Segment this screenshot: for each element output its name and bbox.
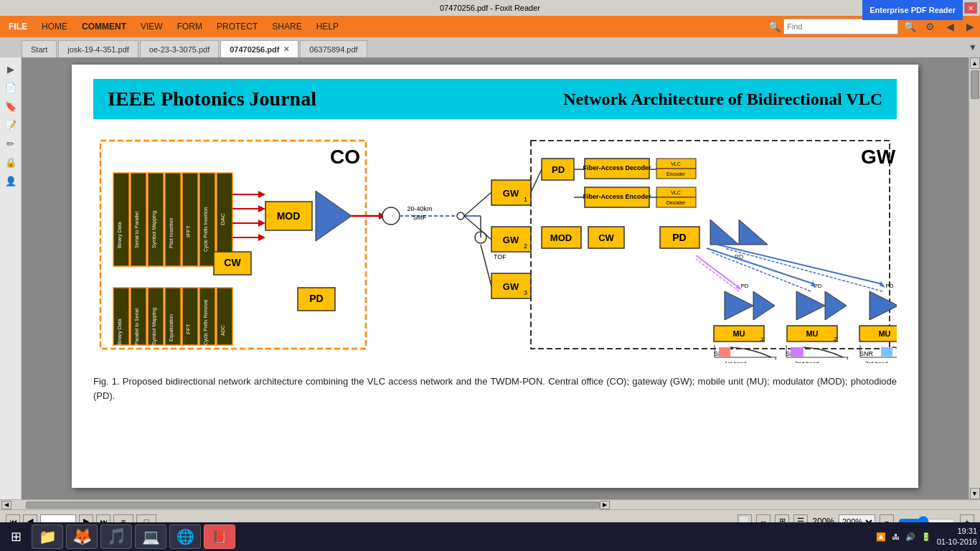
journal-header: IEEE Photonics Journal Network Architect… [93, 79, 897, 119]
sidebar-expand-btn[interactable]: ▶ [2, 60, 19, 77]
clock-time: 19:31 [937, 526, 977, 537]
svg-text:2: 2 [524, 242, 527, 250]
svg-text:GW: GW [503, 188, 519, 199]
svg-text:GW: GW [503, 281, 519, 292]
sidebar-bookmarks-btn[interactable]: 🔖 [2, 98, 19, 115]
journal-subtitle: Network Architecture of Bidirectional VL… [563, 90, 882, 109]
svg-text:SMF: SMF [413, 214, 428, 221]
taskbar-app-ide[interactable]: 💻 [135, 524, 166, 549]
svg-text:MOD: MOD [277, 210, 301, 222]
taskbar-app-explorer[interactable]: 📁 [32, 524, 63, 549]
svg-line-140 [696, 259, 739, 291]
find-input[interactable] [783, 19, 898, 34]
start-button[interactable]: ⊞ [3, 524, 29, 549]
svg-rect-46 [217, 288, 232, 345]
svg-text:Binary Data: Binary Data [117, 319, 123, 345]
svg-text:MU: MU [732, 329, 745, 338]
tab-oe[interactable]: oe-23-3-3075.pdf [140, 40, 219, 57]
taskbar-app-foxit[interactable]: 📕 [204, 524, 235, 549]
forward-button[interactable]: ▶ [961, 18, 979, 35]
svg-rect-42 [182, 288, 198, 345]
svg-text:GW: GW [503, 235, 519, 245]
svg-point-31 [382, 207, 400, 225]
scroll-down-btn[interactable]: ▼ [970, 488, 980, 499]
svg-text:PD: PD [885, 283, 893, 289]
sidebar-lock-btn[interactable]: 🔒 [2, 154, 19, 171]
sidebar-user-btn[interactable]: 👤 [2, 172, 19, 189]
svg-text:MU: MU [806, 329, 818, 338]
scrollbar-right[interactable]: ▲ ▼ [969, 57, 980, 499]
enterprise-badge: Enterprise PDF Reader [862, 0, 963, 20]
tab-close-icon[interactable]: ✕ [283, 45, 289, 53]
sidebar-pages-btn[interactable]: 📄 [2, 79, 19, 96]
scroll-up-btn[interactable]: ▲ [970, 57, 980, 69]
svg-text:2: 2 [834, 336, 837, 342]
svg-text:CW: CW [224, 257, 241, 268]
taskbar-app-chrome[interactable]: 🌐 [169, 524, 201, 549]
back-button[interactable]: ◀ [941, 18, 958, 35]
view-menu[interactable]: VIEW [133, 19, 170, 34]
svg-marker-105 [825, 291, 847, 320]
svg-text:Fiber-Access Decoder: Fiber-Access Decoder [583, 164, 651, 171]
svg-rect-119 [719, 347, 730, 357]
svg-text:Pilot Insertion: Pilot Insertion [169, 217, 174, 248]
taskbar-app-media[interactable]: 🎵 [100, 524, 132, 549]
svg-marker-98 [725, 291, 753, 320]
menubar-right: 🔍 🔍 ⚙ ◀ ▶ Enterprise PDF Reader [768, 18, 979, 35]
scroll-left-btn[interactable]: ◀ [1, 501, 11, 509]
close-button[interactable]: ✕ [964, 2, 977, 14]
svg-line-65 [464, 192, 491, 216]
svg-line-136 [707, 248, 814, 284]
pdf-page: IEEE Photonics Journal Network Architect… [72, 65, 918, 488]
svg-text:PD: PD [672, 232, 686, 243]
svg-text:MOD: MOD [550, 232, 572, 243]
svg-marker-28 [316, 191, 352, 241]
svg-marker-20 [258, 191, 265, 198]
svg-text:3rd band: 3rd band [865, 360, 888, 363]
svg-marker-90 [710, 220, 739, 245]
tab-nav-arrow[interactable]: ▼ [966, 37, 980, 57]
svg-rect-2 [113, 173, 129, 266]
help-menu[interactable]: HELP [309, 19, 346, 34]
taskbar-app-firefox[interactable]: 🦊 [66, 524, 98, 549]
search-button[interactable]: 🔍 [901, 18, 918, 35]
file-menu[interactable]: FILE [1, 19, 34, 34]
svg-line-67 [481, 245, 491, 286]
tab-start[interactable]: Start [22, 40, 57, 57]
svg-text:Parallel to Serial: Parallel to Serial [134, 309, 139, 345]
svg-text:Cyclic Prefix Insertion: Cyclic Prefix Insertion [203, 207, 209, 252]
svg-text:2nd band: 2nd band [795, 360, 819, 363]
pdf-viewer: IEEE Photonics Journal Network Architect… [22, 57, 969, 499]
svg-text:1: 1 [760, 336, 764, 342]
home-menu[interactable]: HOME [34, 19, 75, 34]
horiz-scrollbar[interactable]: ◀ ▶ [0, 499, 980, 509]
svg-text:f: f [775, 355, 777, 362]
tab-06375894[interactable]: 06375894.pdf [300, 40, 367, 57]
svg-text:PD: PD [552, 164, 565, 175]
svg-marker-23 [258, 234, 265, 241]
svg-text:ADC: ADC [220, 325, 225, 336]
journal-title: IEEE Photonics Journal [108, 88, 316, 110]
form-menu[interactable]: FORM [170, 19, 209, 34]
horiz-thumb[interactable] [26, 501, 600, 509]
svg-text:CW: CW [598, 232, 614, 243]
svg-text:PD: PD [740, 283, 748, 289]
svg-text:CO: CO [330, 146, 360, 168]
tab-josk[interactable]: josk-19-4-351.pdf [58, 40, 138, 57]
svg-text:IFFT: IFFT [185, 225, 192, 237]
svg-text:Equalization: Equalization [169, 314, 174, 342]
sidebar-annotations-btn[interactable]: 📝 [2, 116, 19, 133]
protect-menu[interactable]: PROTECT [209, 19, 265, 34]
window-title: 07470256.pdf - Foxit Reader [440, 4, 540, 12]
svg-text:PD: PD [309, 293, 323, 304]
sidebar-edit-btn[interactable]: ✏ [2, 135, 19, 152]
scroll-right-btn[interactable]: ▶ [600, 501, 610, 509]
comment-menu[interactable]: COMMENT [75, 19, 133, 34]
tab-07470256[interactable]: 07470256.pdf ✕ [220, 40, 298, 57]
network-diagram-svg: CO Binary Data Serial to Parallel Symbol… [93, 133, 897, 363]
settings-button[interactable]: ⚙ [921, 18, 938, 35]
scroll-thumb[interactable] [971, 70, 979, 99]
share-menu[interactable]: SHARE [265, 19, 308, 34]
menu-bar: FILE HOME COMMENT VIEW FORM PROTECT SHAR… [0, 16, 980, 37]
svg-text:20-40km: 20-40km [407, 205, 432, 212]
